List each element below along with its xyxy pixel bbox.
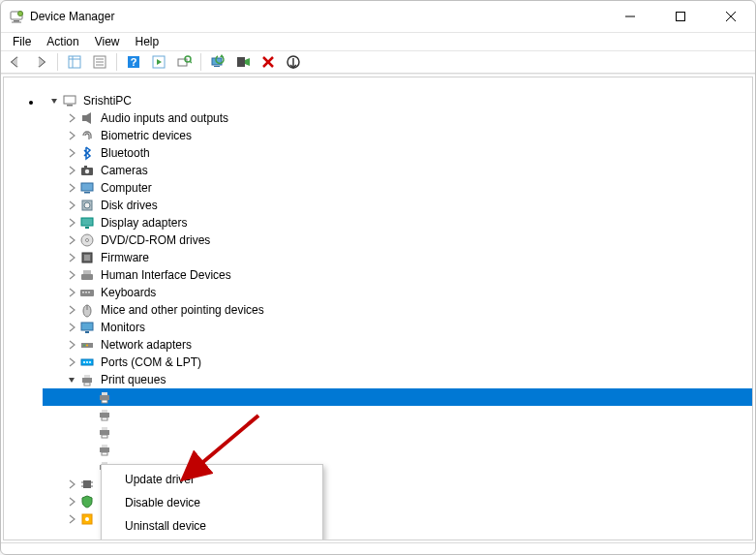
properties-toolbar-button[interactable] — [89, 51, 110, 73]
chevron-down-icon[interactable] — [46, 96, 62, 106]
category-node[interactable]: Firmware — [43, 249, 752, 266]
disable-device-toolbar-button[interactable] — [283, 51, 304, 73]
close-button[interactable] — [709, 1, 753, 32]
forward-button[interactable] — [30, 51, 51, 73]
maximize-button[interactable] — [658, 1, 703, 32]
device-tree[interactable]: SrishtiPC Audio inputs and outputsBiomet… — [3, 77, 753, 540]
menu-view[interactable]: View — [87, 33, 128, 50]
svg-rect-48 — [88, 292, 90, 293]
chevron-right-icon[interactable] — [64, 253, 79, 262]
chevron-right-icon[interactable] — [64, 148, 79, 158]
update-driver-toolbar-button[interactable] — [207, 51, 228, 73]
bluetooth-icon — [79, 145, 95, 161]
category-node[interactable]: Disk drives — [43, 197, 752, 214]
cpu-icon — [79, 477, 95, 492]
ctx-uninstall-device[interactable]: Uninstall device — [104, 514, 320, 538]
printer-device-node[interactable] — [43, 441, 752, 458]
chevron-right-icon[interactable] — [64, 183, 79, 193]
svg-rect-38 — [85, 227, 89, 229]
toolbar-separator — [116, 53, 117, 71]
back-button[interactable] — [5, 51, 26, 73]
category-node[interactable]: Cameras — [43, 162, 752, 179]
chevron-right-icon[interactable] — [64, 357, 79, 367]
network-icon — [79, 337, 95, 353]
category-label: Cameras — [99, 164, 150, 177]
chevron-right-icon[interactable] — [64, 113, 79, 123]
uninstall-device-toolbar-button[interactable] — [257, 51, 279, 73]
chevron-right-icon[interactable] — [64, 305, 79, 315]
category-node[interactable]: Network adapters — [43, 336, 752, 354]
chevron-down-icon[interactable] — [64, 375, 79, 385]
printer-icon — [97, 389, 112, 405]
category-node[interactable]: Biometric devices — [43, 127, 752, 144]
svg-point-36 — [84, 202, 90, 208]
port-icon — [79, 355, 95, 370]
category-node[interactable]: Monitors — [43, 319, 752, 336]
toolbar-separator — [57, 53, 58, 71]
svg-point-55 — [86, 345, 88, 347]
svg-rect-62 — [84, 383, 90, 385]
scan-hardware-toolbar-button[interactable] — [173, 51, 195, 73]
root-node[interactable]: SrishtiPC — [43, 92, 752, 109]
show-hide-console-tree-button[interactable] — [64, 51, 85, 73]
disk-icon — [79, 198, 95, 213]
category-node[interactable]: Ports (COM & LPT) — [43, 354, 752, 371]
chevron-right-icon[interactable] — [64, 166, 79, 175]
printer-device-node[interactable] — [43, 406, 752, 423]
category-node[interactable]: Mice and other pointing devices — [43, 301, 752, 319]
category-node-print-queues[interactable]: Print queues — [43, 371, 752, 388]
enable-device-toolbar-button[interactable] — [232, 51, 254, 73]
chevron-right-icon[interactable] — [64, 270, 79, 280]
category-label: Ports (COM & LPT) — [99, 355, 203, 369]
help-toolbar-button[interactable]: ? — [123, 51, 144, 73]
action-toolbar-button[interactable] — [148, 51, 169, 73]
svg-point-84 — [85, 517, 89, 521]
firmware-icon — [79, 250, 95, 265]
chevron-right-icon[interactable] — [64, 131, 79, 140]
svg-rect-67 — [102, 410, 107, 413]
svg-line-20 — [190, 61, 192, 63]
category-node[interactable]: Display adapters — [43, 214, 752, 231]
menu-action[interactable]: Action — [39, 33, 86, 50]
minimize-button[interactable] — [608, 1, 652, 32]
keyboard-icon — [79, 285, 95, 300]
category-node[interactable]: Human Interface Devices — [43, 266, 752, 284]
device-label — [116, 390, 252, 404]
category-node[interactable]: Keyboards — [43, 284, 752, 301]
category-node[interactable]: DVD/CD-ROM drives — [43, 231, 752, 249]
category-label: Print queues — [99, 373, 167, 386]
toolbar: ? — [1, 51, 755, 74]
monitor-icon — [79, 320, 95, 335]
printer-device-node[interactable] — [43, 388, 752, 406]
ctx-update-driver[interactable]: Update driver — [104, 468, 320, 491]
menu-help[interactable]: Help — [128, 33, 167, 50]
chevron-right-icon[interactable] — [64, 340, 79, 350]
category-label: Computer — [99, 181, 154, 195]
category-label: Human Interface Devices — [99, 268, 233, 282]
printer-icon — [97, 407, 112, 422]
svg-rect-37 — [81, 218, 93, 226]
chevron-right-icon[interactable] — [64, 497, 79, 507]
category-node[interactable]: Audio inputs and outputs — [43, 109, 752, 127]
category-label: Bluetooth — [99, 146, 152, 160]
category-label: Monitors — [99, 321, 147, 334]
chevron-right-icon[interactable] — [64, 323, 79, 332]
chevron-right-icon[interactable] — [64, 200, 79, 210]
category-label: Display adapters — [99, 216, 189, 230]
svg-rect-27 — [64, 96, 76, 104]
chevron-right-icon[interactable] — [64, 218, 79, 228]
hid-icon — [79, 267, 95, 283]
chevron-right-icon[interactable] — [64, 235, 79, 245]
ctx-disable-device[interactable]: Disable device — [104, 491, 320, 514]
menu-file[interactable]: File — [5, 33, 39, 50]
svg-rect-29 — [82, 115, 86, 121]
svg-rect-43 — [81, 274, 93, 280]
chevron-right-icon[interactable] — [64, 288, 79, 297]
chevron-right-icon[interactable] — [64, 479, 79, 489]
svg-rect-33 — [81, 183, 93, 191]
category-node[interactable]: Bluetooth — [43, 144, 752, 162]
category-node[interactable]: Computer — [43, 179, 752, 197]
svg-rect-28 — [67, 105, 73, 107]
printer-device-node[interactable] — [43, 423, 752, 441]
chevron-right-icon[interactable] — [64, 514, 79, 524]
